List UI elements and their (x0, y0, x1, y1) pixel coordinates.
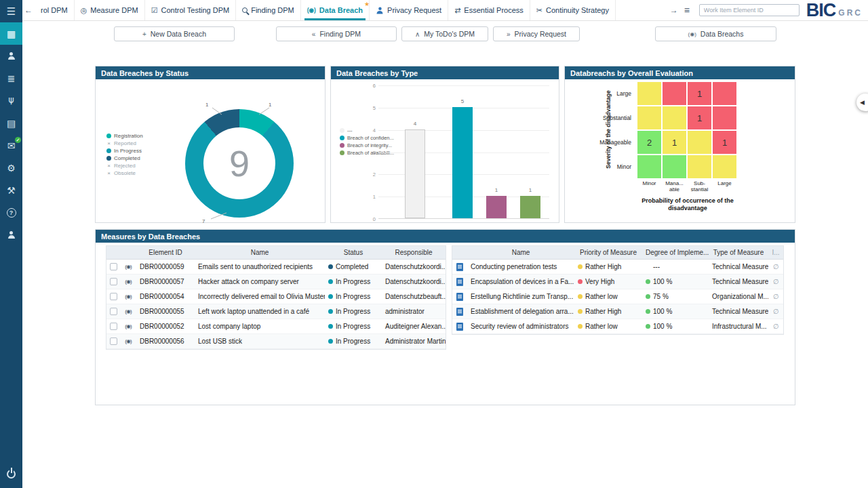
table-row[interactable]: (◉) DBR00000059 Emails sent to unauthori… (106, 260, 446, 274)
tab-essential-process[interactable]: ⇄ Essential Process (448, 0, 530, 20)
table-row[interactable]: Conducting penetration tests Rather High… (452, 260, 783, 274)
y-axis-tick: 2 (368, 171, 376, 178)
legend-item-rejected[interactable]: ×Rejected (106, 162, 143, 169)
tab-data-breach[interactable]: (◉) Data Breach ★ (301, 0, 370, 20)
x-icon: × (106, 170, 111, 176)
column-header-priority[interactable]: Priority of Measure (574, 249, 642, 256)
status-dot (328, 264, 333, 269)
bar-2[interactable] (486, 196, 507, 218)
profile-icon (7, 231, 16, 239)
side-panel-expander-button[interactable]: ◀ (856, 94, 868, 111)
sidebar-item-users[interactable] (0, 45, 22, 67)
legend-item-registration[interactable]: Registration (106, 132, 143, 140)
element-id-cell: DBR00000052 (136, 323, 195, 330)
heatmap-cell[interactable]: 1 (688, 106, 711, 129)
legend-item-reported[interactable]: ×Reported (106, 140, 143, 147)
row-checkbox[interactable] (110, 293, 117, 300)
sidebar-item-help[interactable]: ? (0, 201, 22, 224)
sidebar-menu-button[interactable]: ☰ (0, 0, 22, 22)
tab-label: Continuity Strategy (546, 6, 609, 14)
new-data-breach-button[interactable]: + New Data Breach (114, 26, 235, 41)
sidebar-item-documents[interactable]: ▤ (0, 112, 22, 134)
heatmap-cell[interactable] (663, 82, 686, 105)
column-header-responsible[interactable]: Responsible (382, 249, 446, 256)
degree-label: 100 % (653, 278, 672, 285)
heatmap-cell[interactable] (637, 155, 661, 178)
table-row[interactable]: (◉) DBR00000057 Hacker attack on company… (106, 274, 446, 289)
column-header-degree[interactable]: Degree of Impleme... (642, 249, 709, 256)
scroll-tabs-right-button[interactable]: → (668, 5, 680, 15)
sidebar-item-profile[interactable] (0, 224, 22, 246)
my-todos-dpm-button[interactable]: ∧ My ToDo's DPM (401, 26, 488, 41)
measure-doc-icon (456, 323, 463, 331)
sidebar-item-inbox[interactable]: ✉ ✓ (0, 134, 22, 157)
row-checkbox[interactable] (110, 308, 117, 315)
heatmap-cell[interactable] (637, 106, 661, 129)
sidebar-item-dashboard[interactable]: ▦ (0, 22, 22, 45)
table-row[interactable]: (◉) DBR00000052 Lost company laptop In P… (106, 319, 446, 334)
privacy-request-button[interactable]: » Privacy Request (493, 26, 580, 41)
tab-continuity-strategy[interactable]: ✂ Continuity Strategy (530, 0, 616, 20)
heatmap-cell[interactable] (688, 131, 711, 154)
logout-button[interactable] (0, 463, 22, 485)
bar-1[interactable] (452, 107, 473, 218)
row-label: Substantial (589, 106, 636, 129)
work-item-input[interactable] (699, 4, 800, 16)
row-checkbox[interactable] (110, 278, 117, 285)
x-axis-title: Probability of occurrence of the disadva… (630, 197, 745, 212)
legend-item-completed[interactable]: Completed (106, 155, 143, 162)
sidebar-item-hierarchy[interactable]: ⋔ (0, 89, 22, 112)
heatmap-cell[interactable] (637, 82, 661, 105)
bar-0[interactable] (405, 129, 425, 218)
column-header-name[interactable]: Name (195, 249, 325, 256)
column-header-status[interactable]: Status (325, 249, 382, 256)
degree-cell: --- (642, 263, 709, 270)
responsible-cell: Datenschutzkoordi... (382, 263, 446, 270)
table-row[interactable]: Security review of administrators Rather… (452, 319, 783, 334)
row-checkbox[interactable] (110, 263, 117, 270)
heatmap-cell[interactable] (663, 155, 686, 178)
legend-item-obsolete[interactable]: ×Obsolete (106, 169, 143, 177)
column-header-type[interactable]: Type of Measure (709, 249, 768, 256)
scroll-tabs-left-button[interactable]: ← (22, 5, 35, 15)
heatmap-cell[interactable]: 2 (637, 131, 661, 154)
panel-title: Measures by Data Breaches (101, 232, 200, 241)
table-row[interactable]: (◉) DBR00000055 Left work laptop unatten… (106, 304, 446, 319)
heatmap-cell[interactable] (713, 82, 736, 105)
heatmap-cell[interactable]: 1 (713, 131, 736, 154)
degree-cell: 100 % (642, 278, 709, 285)
table-row[interactable]: (◉) DBR00000056 Lost USB stick In Progre… (106, 334, 446, 349)
legend-item-in-progress[interactable]: In Progress (106, 147, 143, 155)
heatmap-cell[interactable] (713, 155, 736, 178)
table-row[interactable]: (◉) DBR00000054 Incorrectly delivered em… (106, 289, 446, 304)
sidebar-item-tools[interactable]: ⚒ (0, 179, 22, 201)
heatmap-cell[interactable] (688, 155, 711, 178)
heatmap-cell[interactable] (663, 106, 686, 129)
finding-dpm-button[interactable]: « Finding DPM (276, 26, 397, 41)
row-checkbox[interactable] (110, 338, 117, 345)
bar-3[interactable] (520, 196, 540, 218)
heatmap-cell[interactable] (713, 106, 736, 129)
column-header-name[interactable]: Name (467, 249, 574, 256)
button-label: Finding DPM (319, 30, 361, 38)
column-header-i[interactable]: I... (768, 249, 783, 256)
tab-privacy-request[interactable]: Privacy Request (370, 0, 448, 20)
table-row[interactable]: Encapsulation of devices in a Fa... Very… (452, 274, 783, 289)
column-header-element-id[interactable]: Element ID (136, 249, 195, 256)
tab-list-menu-button[interactable]: ≡ (680, 5, 694, 16)
tab-label: Finding DPM (251, 6, 294, 14)
sidebar-item-tasks[interactable]: ≣ (0, 67, 22, 89)
favorite-star-icon[interactable]: ★ (364, 1, 370, 7)
data-breachs-button[interactable]: (◉) Data Breachs (655, 26, 776, 41)
table-row[interactable]: Erstellung Richtlinie zum Transp... Rath… (452, 289, 783, 304)
users-icon (7, 52, 16, 60)
sidebar-item-process[interactable]: ⚙ (0, 157, 22, 179)
tab-control-dpm[interactable]: rol DPM (35, 0, 75, 20)
heatmap-cell[interactable]: 1 (663, 131, 686, 154)
heatmap-cell[interactable]: 1 (688, 82, 711, 105)
tab-finding-dpm[interactable]: Finding DPM (236, 0, 301, 20)
tab-measure-dpm[interactable]: ◎ Measure DPM (75, 0, 145, 20)
table-row[interactable]: Establishment of delegation arra... Rath… (452, 304, 783, 319)
tab-control-testing-dpm[interactable]: ☑ Control Testing DPM (145, 0, 237, 20)
row-checkbox[interactable] (110, 323, 117, 330)
